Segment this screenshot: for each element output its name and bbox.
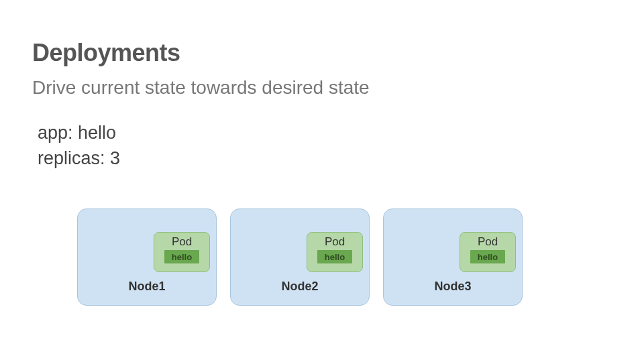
page-title: Deployments [32, 39, 180, 67]
container-chip: hello [317, 250, 352, 263]
spec-app-line: app: hello [38, 121, 120, 146]
spec-replicas-line: replicas: 3 [38, 146, 120, 172]
page-subtitle: Drive current state towards desired stat… [32, 77, 370, 99]
container-chip: hello [470, 250, 505, 263]
node-label: Node1 [78, 280, 216, 294]
node-label: Node3 [384, 280, 522, 294]
pod-label: Pod [172, 235, 192, 249]
pod-label: Pod [325, 235, 345, 249]
pod-box: Pod hello [307, 232, 363, 272]
node-label: Node2 [231, 280, 369, 294]
node-3: Pod hello Node3 [383, 208, 523, 306]
pod-box: Pod hello [154, 232, 210, 272]
node-1: Pod hello Node1 [77, 208, 217, 306]
container-chip: hello [164, 250, 199, 263]
deployment-spec: app: hello replicas: 3 [38, 121, 120, 172]
pod-box: Pod hello [460, 232, 516, 272]
nodes-row: Pod hello Node1 Pod hello Node2 Pod hell… [77, 208, 523, 306]
node-2: Pod hello Node2 [230, 208, 370, 306]
pod-label: Pod [478, 235, 498, 249]
